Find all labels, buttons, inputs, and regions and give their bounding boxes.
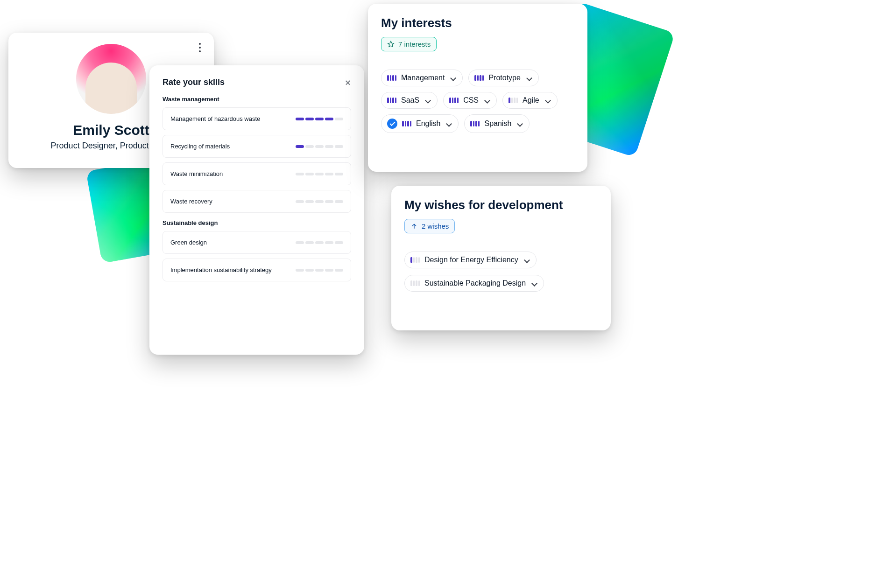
interest-label: Prototype [488, 74, 520, 82]
wish-label: Sustainable Packaging Design [424, 279, 526, 287]
interests-title: My interests [381, 16, 574, 30]
interest-chip[interactable]: Agile [502, 92, 558, 109]
wish-chip[interactable]: Design for Energy Efficiency [404, 252, 537, 268]
chevron-down-icon [484, 98, 490, 103]
chevron-down-icon [425, 98, 431, 103]
interests-count-label: 7 interests [398, 40, 431, 48]
level-bars-icon [509, 98, 518, 103]
level-bars-icon [410, 280, 420, 286]
level-bar [296, 145, 343, 148]
wishes-count-badge: 2 wishes [404, 219, 455, 233]
skill-row[interactable]: Implementation sustainability strategy [162, 259, 351, 281]
level-bars-icon [402, 121, 411, 126]
skill-label: Implementation sustainability strategy [170, 266, 272, 273]
interest-label: CSS [463, 96, 479, 105]
level-bar [296, 269, 343, 272]
interest-chip[interactable]: Spanish [464, 114, 530, 133]
skill-row[interactable]: Waste minimization [162, 162, 351, 185]
interest-label: English [416, 119, 440, 128]
level-bar [296, 200, 343, 203]
chevron-down-icon [446, 121, 452, 126]
more-menu-icon[interactable] [199, 43, 201, 52]
interest-chip[interactable]: English [381, 114, 459, 133]
skill-row[interactable]: Green design [162, 231, 351, 254]
level-bars-icon [387, 75, 396, 81]
chevron-down-icon [545, 98, 551, 103]
close-icon[interactable] [345, 79, 351, 86]
skill-row[interactable]: Management of hazardous waste [162, 107, 351, 130]
skill-label: Green design [170, 239, 207, 246]
interests-count-badge: 7 interests [381, 37, 437, 51]
divider [391, 242, 611, 242]
wishes-title: My wishes for development [404, 198, 598, 212]
skill-row[interactable]: Recycling of materials [162, 135, 351, 158]
interest-label: Management [401, 74, 445, 82]
star-icon [387, 41, 395, 48]
level-bars-icon [470, 121, 480, 126]
interest-chip[interactable]: CSS [443, 92, 497, 109]
wish-chip[interactable]: Sustainable Packaging Design [404, 275, 544, 292]
rate-skills-modal: Rate your skills Waste managementManagem… [149, 65, 364, 355]
interest-chip[interactable]: SaaS [381, 92, 438, 109]
interest-label: Spanish [484, 119, 511, 128]
verified-badge-icon [387, 119, 397, 129]
divider [368, 60, 587, 60]
level-bars-icon [449, 98, 459, 103]
avatar [76, 44, 146, 114]
skill-label: Waste recovery [170, 198, 212, 205]
wishes-card: My wishes for development 2 wishes Desig… [391, 186, 611, 330]
rate-skills-title: Rate your skills [162, 77, 225, 87]
chevron-down-icon [450, 75, 456, 81]
interest-chip[interactable]: Prototype [468, 70, 538, 86]
interest-chip[interactable]: Management [381, 70, 463, 86]
level-bars-icon [387, 98, 396, 103]
skill-row[interactable]: Waste recovery [162, 190, 351, 213]
arrow-up-icon [410, 223, 418, 230]
level-bars-icon [474, 75, 484, 81]
skill-group-label: Sustainable design [162, 219, 351, 226]
chevron-down-icon [531, 280, 537, 286]
wish-label: Design for Energy Efficiency [424, 256, 518, 264]
skill-label: Management of hazardous waste [170, 115, 260, 122]
skill-group-label: Waste management [162, 96, 351, 103]
skill-label: Recycling of materials [170, 143, 230, 150]
level-bars-icon [410, 257, 420, 263]
chevron-down-icon [526, 75, 532, 81]
skill-label: Waste minimization [170, 170, 223, 177]
wishes-count-label: 2 wishes [422, 222, 449, 230]
chevron-down-icon [524, 257, 530, 263]
interest-label: SaaS [401, 96, 419, 105]
level-bar [296, 118, 343, 120]
level-bar [296, 173, 343, 175]
level-bar [296, 241, 343, 244]
chevron-down-icon [517, 121, 523, 126]
interests-card: My interests 7 interests ManagementProto… [368, 4, 587, 172]
interest-label: Agile [523, 96, 539, 105]
